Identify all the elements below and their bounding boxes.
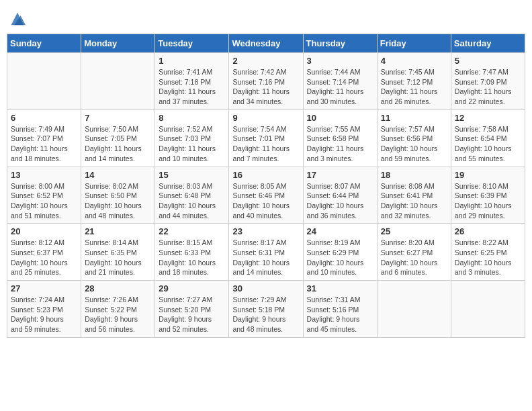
day-info: Sunrise: 8:20 AM Sunset: 6:27 PM Dayligh… xyxy=(381,238,447,277)
day-info: Sunrise: 8:14 AM Sunset: 6:35 PM Dayligh… xyxy=(85,238,151,277)
logo xyxy=(7,9,27,28)
day-info: Sunrise: 8:08 AM Sunset: 6:41 PM Dayligh… xyxy=(381,181,447,221)
day-info: Sunrise: 7:47 AM Sunset: 7:09 PM Dayligh… xyxy=(455,67,521,107)
calendar-cell: 24Sunrise: 8:19 AM Sunset: 6:29 PM Dayli… xyxy=(303,224,377,281)
calendar-week-row: 6Sunrise: 7:49 AM Sunset: 7:07 PM Daylig… xyxy=(7,109,525,167)
day-number: 4 xyxy=(381,56,447,66)
calendar-cell: 18Sunrise: 8:08 AM Sunset: 6:41 PM Dayli… xyxy=(377,167,451,224)
day-header-wednesday: Wednesday xyxy=(229,34,303,53)
day-info: Sunrise: 7:44 AM Sunset: 7:14 PM Dayligh… xyxy=(307,67,373,107)
calendar-cell: 30Sunrise: 7:29 AM Sunset: 5:18 PM Dayli… xyxy=(229,281,303,338)
day-number: 29 xyxy=(159,283,225,293)
calendar-cell: 1Sunrise: 7:41 AM Sunset: 7:18 PM Daylig… xyxy=(155,53,229,110)
day-number: 25 xyxy=(381,226,447,236)
calendar-cell: 2Sunrise: 7:42 AM Sunset: 7:16 PM Daylig… xyxy=(229,53,303,110)
day-number: 31 xyxy=(307,283,373,293)
day-info: Sunrise: 7:29 AM Sunset: 5:18 PM Dayligh… xyxy=(232,295,299,334)
day-number: 2 xyxy=(232,56,299,66)
day-info: Sunrise: 8:12 AM Sunset: 6:37 PM Dayligh… xyxy=(11,238,77,277)
day-number: 28 xyxy=(85,283,151,293)
day-info: Sunrise: 8:02 AM Sunset: 6:50 PM Dayligh… xyxy=(85,181,151,221)
calendar-cell: 31Sunrise: 7:31 AM Sunset: 5:16 PM Dayli… xyxy=(303,281,377,338)
calendar-cell: 19Sunrise: 8:10 AM Sunset: 6:39 PM Dayli… xyxy=(451,167,525,224)
calendar-cell: 3Sunrise: 7:44 AM Sunset: 7:14 PM Daylig… xyxy=(303,53,377,110)
day-info: Sunrise: 7:41 AM Sunset: 7:18 PM Dayligh… xyxy=(159,67,225,107)
calendar-cell: 15Sunrise: 8:03 AM Sunset: 6:48 PM Dayli… xyxy=(155,167,229,224)
day-info: Sunrise: 7:50 AM Sunset: 7:05 PM Dayligh… xyxy=(85,124,151,164)
calendar-cell: 8Sunrise: 7:52 AM Sunset: 7:03 PM Daylig… xyxy=(155,109,229,167)
calendar-cell xyxy=(377,281,451,338)
calendar-cell: 10Sunrise: 7:55 AM Sunset: 6:58 PM Dayli… xyxy=(303,109,377,167)
day-info: Sunrise: 7:49 AM Sunset: 7:07 PM Dayligh… xyxy=(11,124,77,164)
calendar-cell: 11Sunrise: 7:57 AM Sunset: 6:56 PM Dayli… xyxy=(377,109,451,167)
calendar-cell: 7Sunrise: 7:50 AM Sunset: 7:05 PM Daylig… xyxy=(81,109,155,167)
day-number: 9 xyxy=(232,113,299,123)
day-number: 16 xyxy=(232,170,299,180)
day-info: Sunrise: 8:22 AM Sunset: 6:25 PM Dayligh… xyxy=(455,238,521,277)
day-info: Sunrise: 7:58 AM Sunset: 6:54 PM Dayligh… xyxy=(455,124,521,164)
calendar-cell: 27Sunrise: 7:24 AM Sunset: 5:23 PM Dayli… xyxy=(7,281,81,338)
calendar-week-row: 27Sunrise: 7:24 AM Sunset: 5:23 PM Dayli… xyxy=(7,281,525,338)
day-info: Sunrise: 7:57 AM Sunset: 6:56 PM Dayligh… xyxy=(381,124,447,164)
day-info: Sunrise: 7:27 AM Sunset: 5:20 PM Dayligh… xyxy=(159,295,225,334)
day-info: Sunrise: 7:52 AM Sunset: 7:03 PM Dayligh… xyxy=(159,124,225,164)
calendar-cell: 6Sunrise: 7:49 AM Sunset: 7:07 PM Daylig… xyxy=(7,109,81,167)
day-header-monday: Monday xyxy=(81,34,155,53)
day-number: 11 xyxy=(381,113,447,123)
calendar-cell: 21Sunrise: 8:14 AM Sunset: 6:35 PM Dayli… xyxy=(81,224,155,281)
day-number: 27 xyxy=(11,283,77,293)
day-number: 14 xyxy=(85,170,151,180)
calendar-cell: 13Sunrise: 8:00 AM Sunset: 6:52 PM Dayli… xyxy=(7,167,81,224)
day-info: Sunrise: 8:10 AM Sunset: 6:39 PM Dayligh… xyxy=(455,181,521,221)
calendar-header-row: SundayMondayTuesdayWednesdayThursdayFrid… xyxy=(7,34,525,53)
day-info: Sunrise: 7:55 AM Sunset: 6:58 PM Dayligh… xyxy=(307,124,373,164)
day-number: 5 xyxy=(455,56,521,66)
day-number: 17 xyxy=(307,170,373,180)
day-number: 12 xyxy=(455,113,521,123)
calendar-cell: 22Sunrise: 8:15 AM Sunset: 6:33 PM Dayli… xyxy=(155,224,229,281)
calendar-cell: 23Sunrise: 8:17 AM Sunset: 6:31 PM Dayli… xyxy=(229,224,303,281)
day-number: 7 xyxy=(85,113,151,123)
day-number: 24 xyxy=(307,226,373,236)
calendar-week-row: 13Sunrise: 8:00 AM Sunset: 6:52 PM Dayli… xyxy=(7,167,525,224)
day-info: Sunrise: 7:45 AM Sunset: 7:12 PM Dayligh… xyxy=(381,67,447,107)
day-number: 30 xyxy=(232,283,299,293)
calendar-cell: 4Sunrise: 7:45 AM Sunset: 7:12 PM Daylig… xyxy=(377,53,451,110)
day-info: Sunrise: 8:15 AM Sunset: 6:33 PM Dayligh… xyxy=(159,238,225,277)
day-info: Sunrise: 8:07 AM Sunset: 6:44 PM Dayligh… xyxy=(307,181,373,221)
calendar-week-row: 20Sunrise: 8:12 AM Sunset: 6:37 PM Dayli… xyxy=(7,224,525,281)
calendar-cell: 14Sunrise: 8:02 AM Sunset: 6:50 PM Dayli… xyxy=(81,167,155,224)
day-number: 3 xyxy=(307,56,373,66)
day-header-saturday: Saturday xyxy=(451,34,525,53)
day-number: 8 xyxy=(159,113,225,123)
calendar-week-row: 1Sunrise: 7:41 AM Sunset: 7:18 PM Daylig… xyxy=(7,53,525,110)
calendar-cell: 5Sunrise: 7:47 AM Sunset: 7:09 PM Daylig… xyxy=(451,53,525,110)
day-info: Sunrise: 7:31 AM Sunset: 5:16 PM Dayligh… xyxy=(307,295,373,334)
day-number: 18 xyxy=(381,170,447,180)
day-number: 26 xyxy=(455,226,521,236)
day-info: Sunrise: 7:24 AM Sunset: 5:23 PM Dayligh… xyxy=(11,295,77,334)
day-number: 21 xyxy=(85,226,151,236)
day-number: 19 xyxy=(455,170,521,180)
calendar-cell: 17Sunrise: 8:07 AM Sunset: 6:44 PM Dayli… xyxy=(303,167,377,224)
day-number: 13 xyxy=(11,170,77,180)
calendar-cell: 12Sunrise: 7:58 AM Sunset: 6:54 PM Dayli… xyxy=(451,109,525,167)
calendar-cell xyxy=(7,53,81,110)
day-header-thursday: Thursday xyxy=(303,34,377,53)
calendar-cell: 25Sunrise: 8:20 AM Sunset: 6:27 PM Dayli… xyxy=(377,224,451,281)
calendar-cell xyxy=(81,53,155,110)
day-header-sunday: Sunday xyxy=(7,34,81,53)
day-info: Sunrise: 8:03 AM Sunset: 6:48 PM Dayligh… xyxy=(159,181,225,221)
day-number: 6 xyxy=(11,113,77,123)
calendar-cell: 26Sunrise: 8:22 AM Sunset: 6:25 PM Dayli… xyxy=(451,224,525,281)
day-info: Sunrise: 8:17 AM Sunset: 6:31 PM Dayligh… xyxy=(232,238,299,277)
day-number: 23 xyxy=(232,226,299,236)
calendar-cell: 28Sunrise: 7:26 AM Sunset: 5:22 PM Dayli… xyxy=(81,281,155,338)
day-number: 20 xyxy=(11,226,77,236)
day-info: Sunrise: 8:05 AM Sunset: 6:46 PM Dayligh… xyxy=(232,181,299,221)
calendar-cell: 20Sunrise: 8:12 AM Sunset: 6:37 PM Dayli… xyxy=(7,224,81,281)
day-number: 1 xyxy=(159,56,225,66)
calendar-cell xyxy=(451,281,525,338)
day-header-tuesday: Tuesday xyxy=(155,34,229,53)
calendar-cell: 9Sunrise: 7:54 AM Sunset: 7:01 PM Daylig… xyxy=(229,109,303,167)
